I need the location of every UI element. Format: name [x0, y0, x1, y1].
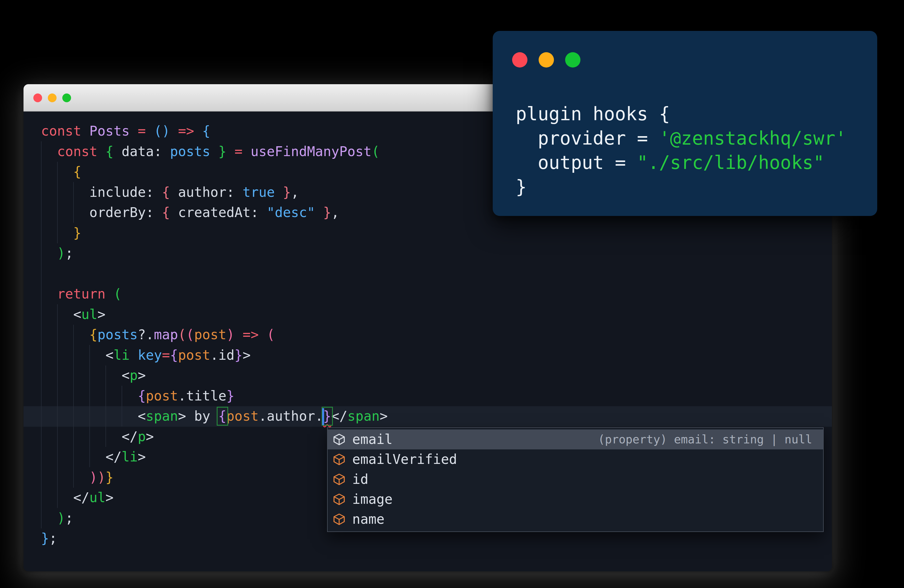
close-button-icon[interactable] [33, 93, 42, 102]
suggestion-label: emailVerified [352, 452, 457, 467]
suggestion-item-id[interactable]: id [328, 469, 823, 489]
symbol-field-icon [333, 473, 346, 486]
code-token: > [379, 408, 388, 424]
code-token: '@zenstackhq/swr' [659, 128, 846, 149]
code-token: } [106, 469, 114, 485]
suggestion-item-email[interactable]: email (property) email: string | null [328, 430, 823, 449]
code-token: => [243, 327, 267, 343]
code-line: <li key={post.id}> [41, 345, 388, 366]
code-token: > [106, 490, 114, 506]
code-token: ul [89, 490, 106, 506]
close-button-icon[interactable] [512, 52, 528, 68]
autocomplete-dropdown: email (property) email: string | null em… [327, 427, 823, 532]
code-token: ; [65, 511, 74, 526]
code-token: } [315, 205, 331, 220]
code-line: } [516, 175, 846, 199]
zoom-button-icon[interactable] [62, 93, 71, 102]
code-token: post [226, 408, 259, 424]
code-token: orderBy: [41, 205, 162, 220]
code-token: > [178, 408, 194, 424]
code-token: ) [57, 245, 65, 261]
code-token: ( [186, 327, 194, 343]
code-token: { [218, 408, 226, 424]
code-token: { [89, 327, 98, 343]
code-token: include: [41, 185, 162, 200]
code-line: const Posts = () => { [41, 121, 388, 142]
code-token: > [98, 307, 106, 322]
code-token: p [130, 368, 138, 383]
code-token [41, 164, 73, 180]
code-line [41, 264, 388, 284]
code-token: li [114, 348, 138, 363]
code-token: = [162, 348, 170, 363]
code-token: li [122, 449, 138, 465]
suggestion-item-emailVerified[interactable]: emailVerified [328, 449, 823, 469]
code-token: "desc" [267, 205, 315, 220]
code-token: > [146, 429, 154, 444]
code-token [234, 327, 243, 343]
code-token: posts [98, 327, 138, 343]
code-token: author: [178, 185, 243, 200]
code-line: ); [41, 243, 388, 264]
code-token: { [73, 164, 81, 180]
code-line: <p> [41, 365, 388, 386]
symbol-field-icon [333, 433, 346, 446]
code-token: < [41, 408, 146, 424]
code-token: { [138, 388, 146, 404]
suggestion-label: email [352, 432, 393, 447]
text-cursor [322, 408, 324, 425]
code-token: </ [41, 490, 89, 506]
code-token: post [194, 327, 226, 343]
code-token: { [162, 205, 178, 220]
code-token: </ [41, 449, 122, 465]
code-token: plugin hooks { [516, 103, 670, 125]
code-token: } [323, 408, 332, 424]
code-token: , [291, 185, 299, 200]
code-token: > [243, 348, 251, 363]
code-line: plugin hooks { [516, 102, 846, 126]
code-token: } [275, 185, 291, 200]
code-token: ) [57, 511, 65, 526]
code-line: { [41, 162, 388, 182]
code-token [41, 327, 89, 343]
code-token: () [154, 123, 178, 139]
code-token [41, 225, 73, 241]
code-token: by [194, 408, 219, 424]
code-token: .id [210, 348, 235, 363]
code-token: map [154, 327, 178, 343]
suggestion-item-name[interactable]: name [328, 509, 823, 529]
code-token: ) [89, 469, 98, 485]
code-line: <ul> [41, 305, 388, 325]
code-token: return [57, 286, 114, 302]
code-token: const [41, 123, 89, 139]
suggestion-item-image[interactable]: image [328, 489, 823, 509]
code-token: > [138, 368, 146, 383]
code-token: } [218, 144, 234, 160]
code-line: } [41, 223, 388, 243]
code-token: .author. [259, 408, 323, 424]
code-token: } [234, 348, 243, 363]
minimize-button-icon[interactable] [539, 52, 554, 68]
code-token [41, 144, 57, 160]
code-token: output = [516, 152, 637, 173]
code-line: orderBy: { createdAt: "desc" }, [41, 202, 388, 223]
symbol-field-icon [333, 513, 346, 526]
zoom-button-icon[interactable] [565, 52, 580, 68]
code-token: } [516, 176, 526, 198]
code-token: </ [41, 429, 138, 444]
code-token [41, 469, 89, 485]
suggestion-label: name [352, 511, 384, 527]
code-token: ( [371, 144, 380, 160]
code-token: ul [81, 307, 98, 322]
code-token [41, 245, 57, 261]
code-token: { [106, 144, 122, 160]
plugin-config-code: plugin hooks { provider = '@zenstackhq/s… [516, 102, 846, 199]
code-token: "./src/lib/hooks" [637, 152, 825, 173]
code-token: , [331, 205, 340, 220]
code-token: = [138, 123, 154, 139]
code-token: post [146, 388, 178, 404]
code-token: < [41, 307, 81, 322]
suggestion-label: id [352, 471, 368, 487]
minimize-button-icon[interactable] [48, 93, 57, 102]
code-token: } [226, 388, 235, 404]
